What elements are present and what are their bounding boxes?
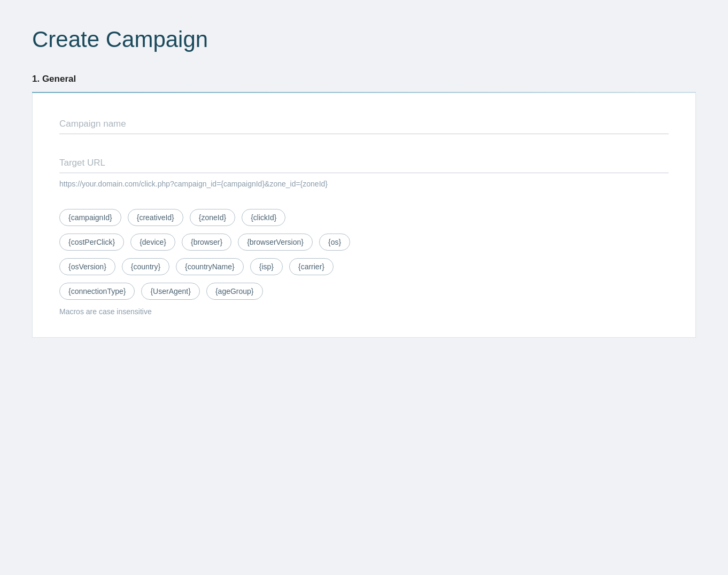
- macros-row-2: {osVersion}{country}{countryName}{isp}{c…: [59, 258, 669, 275]
- target-url-input[interactable]: [59, 153, 669, 173]
- macro-tag[interactable]: {ageGroup}: [206, 283, 263, 300]
- campaign-name-input[interactable]: [59, 114, 669, 134]
- page-title: Create Campaign: [32, 27, 696, 52]
- macros-section: {campaignId}{creativeId}{zoneId}{clickId…: [59, 209, 669, 300]
- macros-row-3: {connectionType}{UserAgent}{ageGroup}: [59, 283, 669, 300]
- macro-tag[interactable]: {browserVersion}: [238, 234, 313, 251]
- macros-row-0: {campaignId}{creativeId}{zoneId}{clickId…: [59, 209, 669, 226]
- form-card: https://your.domain.com/click.php?campai…: [32, 93, 696, 338]
- section-header: 1. General: [32, 74, 696, 84]
- macro-tag[interactable]: {countryName}: [176, 258, 244, 275]
- macro-tag[interactable]: {osVersion}: [59, 258, 115, 275]
- macro-tag[interactable]: {os}: [319, 234, 350, 251]
- macros-row-1: {costPerClick}{device}{browser}{browserV…: [59, 234, 669, 251]
- campaign-name-group: [59, 114, 669, 134]
- macro-tag[interactable]: {campaignId}: [59, 209, 121, 226]
- macro-tag[interactable]: {connectionType}: [59, 283, 135, 300]
- url-hint: https://your.domain.com/click.php?campai…: [59, 178, 669, 190]
- macro-tag[interactable]: {UserAgent}: [141, 283, 200, 300]
- macro-tag[interactable]: {costPerClick}: [59, 234, 124, 251]
- macro-tag[interactable]: {creativeId}: [128, 209, 183, 226]
- macros-note: Macros are case insensitive: [59, 307, 669, 316]
- macro-tag[interactable]: {device}: [130, 234, 175, 251]
- macro-tag[interactable]: {country}: [122, 258, 169, 275]
- target-url-group: https://your.domain.com/click.php?campai…: [59, 153, 669, 190]
- macro-tag[interactable]: {carrier}: [289, 258, 334, 275]
- general-section: 1. General https://your.domain.com/click…: [32, 74, 696, 338]
- macro-tag[interactable]: {isp}: [250, 258, 283, 275]
- macro-tag[interactable]: {browser}: [182, 234, 231, 251]
- macro-tag[interactable]: {clickId}: [242, 209, 285, 226]
- macro-tag[interactable]: {zoneId}: [190, 209, 235, 226]
